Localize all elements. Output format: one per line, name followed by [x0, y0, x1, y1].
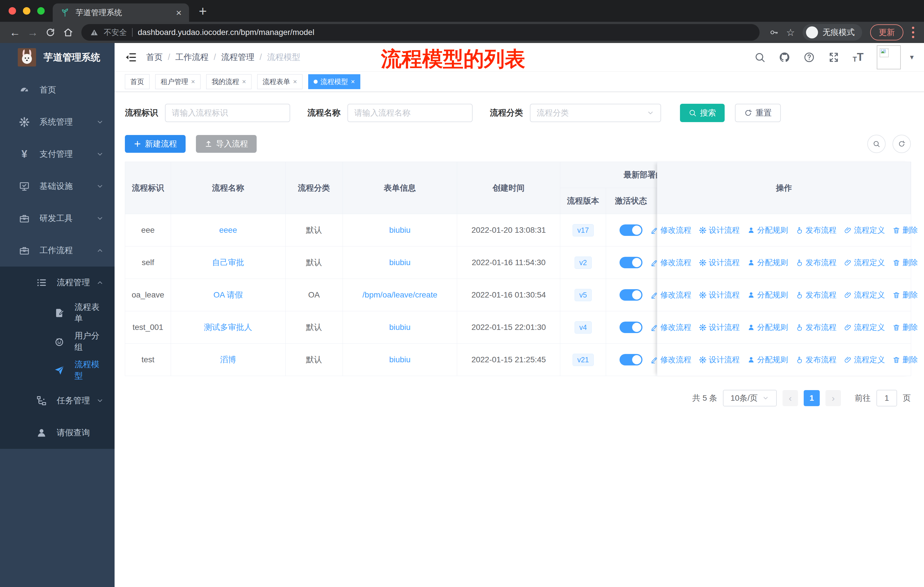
version-badge[interactable]: v2	[574, 256, 592, 269]
delete-link[interactable]: 删除	[893, 225, 918, 235]
process-definition-link[interactable]: 流程定义	[844, 322, 885, 332]
reset-button[interactable]: 重置	[735, 104, 781, 122]
modify-process-link[interactable]: 修改流程	[650, 225, 691, 235]
window-controls[interactable]	[0, 0, 53, 22]
process-name-link[interactable]: OA 请假	[213, 289, 243, 300]
browser-tab[interactable]: 芋道管理系统 ×	[53, 3, 189, 22]
sidebar-item-payment[interactable]: ¥ 支付管理	[0, 138, 115, 170]
breadcrumb-process-mgmt[interactable]: 流程管理	[221, 51, 254, 63]
form-link[interactable]: biubiu	[389, 323, 411, 332]
form-link[interactable]: /bpm/oa/leave/create	[362, 290, 437, 299]
browser-menu-icon[interactable]	[912, 26, 914, 38]
help-icon[interactable]	[804, 51, 815, 63]
sidebar-fold-icon[interactable]	[125, 51, 137, 63]
sidebar-item-system[interactable]: 系统管理	[0, 106, 115, 138]
form-link[interactable]: biubiu	[389, 355, 411, 364]
close-icon[interactable]: ×	[191, 78, 195, 86]
design-process-link[interactable]: 设计流程	[699, 225, 740, 235]
password-key-icon[interactable]	[766, 25, 781, 40]
publish-process-link[interactable]: 发布流程	[796, 225, 837, 235]
create-process-button[interactable]: 新建流程	[125, 135, 186, 153]
prev-page-button[interactable]: ‹	[782, 390, 798, 406]
avatar[interactable]	[877, 45, 901, 69]
modify-process-link[interactable]: 修改流程	[650, 322, 691, 332]
tab-close-icon[interactable]: ×	[176, 8, 182, 18]
process-definition-link[interactable]: 流程定义	[844, 355, 885, 365]
close-window-button[interactable]	[8, 7, 16, 15]
process-definition-link[interactable]: 流程定义	[844, 290, 885, 300]
process-name-input[interactable]	[354, 108, 466, 117]
active-toggle[interactable]	[620, 289, 642, 301]
modify-process-link[interactable]: 修改流程	[650, 290, 691, 300]
sidebar-item-leave-query[interactable]: 请假查询	[0, 417, 115, 449]
reload-button[interactable]	[42, 24, 58, 40]
header-search-icon[interactable]	[754, 51, 766, 63]
process-definition-link[interactable]: 流程定义	[844, 257, 885, 268]
design-process-link[interactable]: 设计流程	[699, 290, 740, 300]
sidebar-item-process-model[interactable]: 流程模型	[0, 356, 115, 385]
version-badge[interactable]: v5	[574, 289, 592, 301]
back-button[interactable]: ←	[7, 24, 23, 40]
tag-home[interactable]: 首页	[125, 74, 150, 89]
delete-link[interactable]: 删除	[893, 355, 918, 365]
fullscreen-icon[interactable]	[828, 51, 840, 63]
sidebar-item-devtools[interactable]: 研发工具	[0, 202, 115, 235]
process-name-link[interactable]: 滔博	[220, 354, 236, 365]
avatar-caret-icon[interactable]: ▾	[910, 53, 914, 62]
process-key-input[interactable]	[172, 108, 283, 117]
address-bar[interactable]: 不安全 dashboard.yudao.iocoder.cn/bpm/manag…	[81, 24, 760, 41]
assign-rule-link[interactable]: 分配规则	[747, 257, 788, 268]
current-page-button[interactable]: 1	[804, 390, 820, 406]
sidebar-item-infra[interactable]: 基础设施	[0, 170, 115, 202]
design-process-link[interactable]: 设计流程	[699, 355, 740, 365]
delete-link[interactable]: 删除	[893, 257, 918, 268]
forward-button[interactable]: →	[25, 24, 41, 40]
design-process-link[interactable]: 设计流程	[699, 322, 740, 332]
assign-rule-link[interactable]: 分配规则	[747, 225, 788, 235]
sidebar-item-workflow[interactable]: 工作流程	[0, 235, 115, 266]
import-process-button[interactable]: 导入流程	[196, 135, 257, 153]
close-icon[interactable]: ×	[242, 78, 246, 86]
breadcrumb-home[interactable]: 首页	[146, 51, 163, 63]
publish-process-link[interactable]: 发布流程	[796, 355, 837, 365]
process-name-link[interactable]: 自己审批	[212, 257, 244, 268]
close-icon[interactable]: ×	[293, 78, 297, 86]
version-badge[interactable]: v4	[574, 321, 592, 334]
active-toggle[interactable]	[620, 354, 642, 365]
github-icon[interactable]	[779, 51, 790, 63]
form-link[interactable]: biubiu	[389, 226, 411, 235]
show-search-button[interactable]	[867, 135, 886, 153]
modify-process-link[interactable]: 修改流程	[650, 257, 691, 268]
process-definition-link[interactable]: 流程定义	[844, 225, 885, 235]
next-page-button[interactable]: ›	[825, 390, 841, 406]
sidebar-item-process-mgmt[interactable]: 流程管理	[0, 266, 115, 299]
assign-rule-link[interactable]: 分配规则	[747, 355, 788, 365]
process-name-field[interactable]	[347, 104, 473, 122]
publish-process-link[interactable]: 发布流程	[796, 257, 837, 268]
design-process-link[interactable]: 设计流程	[699, 257, 740, 268]
assign-rule-link[interactable]: 分配规则	[747, 322, 788, 332]
tag-tenant[interactable]: 租户管理×	[155, 74, 201, 89]
form-link[interactable]: biubiu	[389, 258, 411, 267]
page-size-select[interactable]: 10条/页	[723, 390, 777, 407]
sidebar-item-user-group[interactable]: 用户分组	[0, 327, 115, 356]
process-key-field[interactable]	[165, 104, 290, 122]
process-name-link[interactable]: eeee	[219, 226, 237, 235]
url-text[interactable]: dashboard.yudao.iocoder.cn/bpm/manager/m…	[138, 28, 314, 37]
delete-link[interactable]: 删除	[893, 322, 918, 332]
search-button[interactable]: 搜索	[680, 104, 724, 122]
category-select[interactable]: 流程分类	[530, 104, 661, 122]
tag-process-model[interactable]: 流程模型×	[308, 74, 360, 89]
active-toggle[interactable]	[620, 225, 642, 236]
tag-process-form[interactable]: 流程表单×	[257, 74, 302, 89]
version-badge[interactable]: v17	[573, 224, 594, 236]
sidebar-item-process-form[interactable]: 流程表单	[0, 299, 115, 327]
version-badge[interactable]: v21	[573, 354, 594, 366]
bookmark-star-icon[interactable]: ☆	[783, 25, 798, 40]
home-button[interactable]	[60, 24, 76, 40]
modify-process-link[interactable]: 修改流程	[650, 355, 691, 365]
assign-rule-link[interactable]: 分配规则	[747, 290, 788, 300]
breadcrumb-workflow[interactable]: 工作流程	[175, 51, 208, 63]
delete-link[interactable]: 删除	[893, 290, 918, 300]
publish-process-link[interactable]: 发布流程	[796, 290, 837, 300]
